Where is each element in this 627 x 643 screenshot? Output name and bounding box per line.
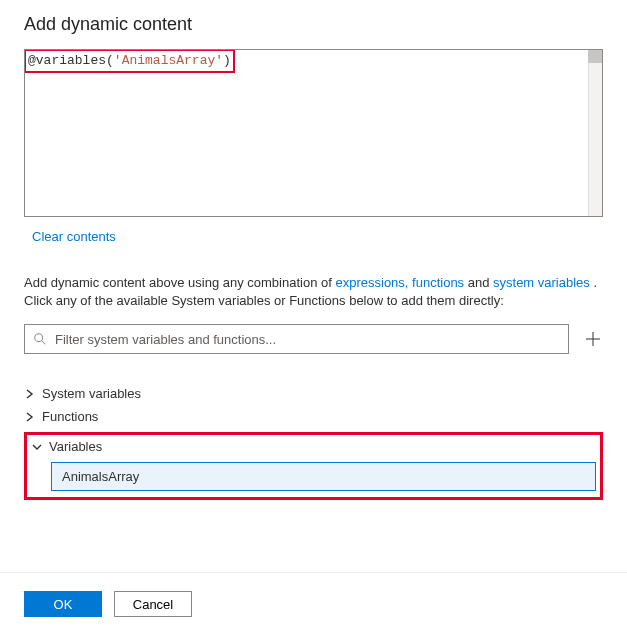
expression-token-func: @variables( [28, 53, 114, 68]
hint-text: Add dynamic content above using any comb… [24, 274, 603, 310]
expression-token-arg: 'AnimalsArray' [114, 53, 223, 68]
hint-post1: . [590, 275, 597, 290]
filter-input-wrap[interactable] [24, 324, 569, 354]
tree-label: Variables [49, 439, 102, 454]
svg-line-1 [42, 341, 46, 345]
hint-line2: Click any of the available System variab… [24, 293, 504, 308]
chevron-right-icon [24, 412, 36, 422]
tree-node-variables[interactable]: Variables [31, 437, 596, 456]
editor-scrollbar-track [588, 50, 602, 216]
expression-token-close: ) [223, 53, 231, 68]
hint-pre: Add dynamic content above using any comb… [24, 275, 335, 290]
expression-highlight: @variables('AnimalsArray') [24, 49, 235, 73]
variables-group-highlight: Variables AnimalsArray [24, 432, 603, 500]
tree-node-system-variables[interactable]: System variables [24, 382, 603, 405]
chevron-down-icon [31, 442, 43, 452]
tree-node-functions[interactable]: Functions [24, 405, 603, 428]
page-title: Add dynamic content [24, 14, 603, 35]
editor-scrollbar-thumb[interactable] [588, 50, 602, 63]
filter-input[interactable] [53, 331, 560, 348]
add-button[interactable] [583, 329, 603, 349]
tree-label: Functions [42, 409, 98, 424]
svg-point-0 [35, 334, 43, 342]
dialog-footer: OK Cancel [0, 573, 627, 635]
variables-tree: System variables Functions Variables Ani… [24, 382, 603, 500]
search-icon [33, 332, 47, 346]
hint-mid: and [464, 275, 493, 290]
variable-item-animalsarray[interactable]: AnimalsArray [51, 462, 596, 491]
expression-editor[interactable]: @variables('AnimalsArray') [24, 49, 603, 217]
cancel-button[interactable]: Cancel [114, 591, 192, 617]
expressions-functions-link[interactable]: expressions, functions [335, 275, 464, 290]
tree-label: System variables [42, 386, 141, 401]
ok-button[interactable]: OK [24, 591, 102, 617]
chevron-right-icon [24, 389, 36, 399]
clear-contents-link[interactable]: Clear contents [32, 229, 116, 244]
system-variables-link[interactable]: system variables [493, 275, 590, 290]
